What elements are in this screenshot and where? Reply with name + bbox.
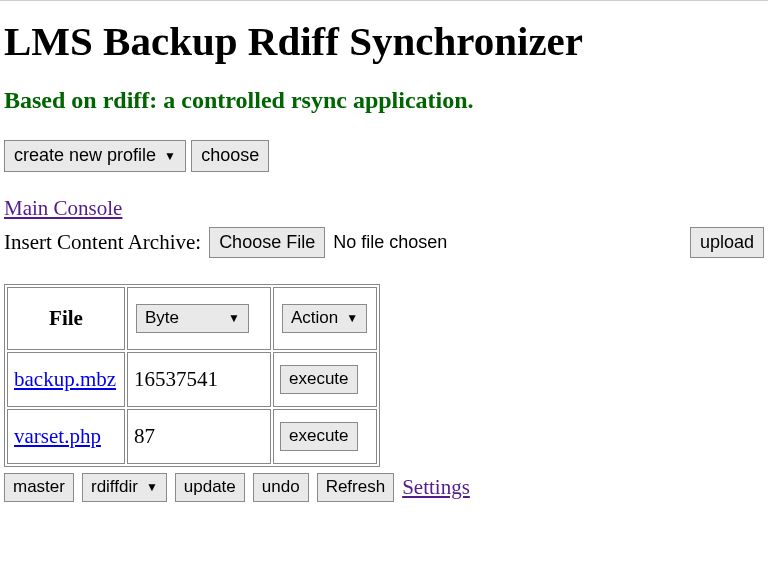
profile-select-label: create new profile bbox=[14, 145, 156, 167]
choose-file-button[interactable]: Choose File bbox=[209, 227, 325, 259]
table-header-row: File Byte ▼ Action ▼ bbox=[7, 287, 377, 350]
file-link[interactable]: varset.php bbox=[14, 424, 101, 448]
choose-button[interactable]: choose bbox=[191, 140, 269, 172]
action-select-label: Action bbox=[291, 308, 338, 328]
byte-select[interactable]: Byte ▼ bbox=[136, 304, 249, 332]
page-title: LMS Backup Rdiff Synchronizer bbox=[4, 17, 764, 65]
file-status: No file chosen bbox=[333, 232, 447, 253]
col-byte-header: Byte ▼ bbox=[127, 287, 271, 350]
chevron-down-icon: ▼ bbox=[346, 311, 358, 325]
undo-button[interactable]: undo bbox=[253, 473, 309, 501]
refresh-button[interactable]: Refresh bbox=[317, 473, 395, 501]
chevron-down-icon: ▼ bbox=[228, 311, 240, 325]
bottom-toolbar: master rdiffdir ▼ update undo Refresh Se… bbox=[4, 473, 764, 501]
main-console-row: Main Console bbox=[4, 196, 764, 221]
chevron-down-icon: ▼ bbox=[164, 149, 176, 163]
table-row: varset.php 87 execute bbox=[7, 409, 377, 464]
execute-button[interactable]: execute bbox=[280, 422, 358, 450]
file-bytes: 87 bbox=[127, 409, 271, 464]
byte-select-label: Byte bbox=[145, 308, 179, 328]
execute-button[interactable]: execute bbox=[280, 365, 358, 393]
update-button[interactable]: update bbox=[175, 473, 245, 501]
file-bytes: 16537541 bbox=[127, 352, 271, 407]
upload-row: Insert Content Archive: Choose File No f… bbox=[4, 227, 764, 259]
profile-select[interactable]: create new profile ▼ bbox=[4, 140, 186, 172]
master-button[interactable]: master bbox=[4, 473, 74, 501]
main-console-link[interactable]: Main Console bbox=[4, 196, 122, 220]
action-select[interactable]: Action ▼ bbox=[282, 304, 367, 332]
page-subtitle: Based on rdiff: a controlled rsync appli… bbox=[4, 87, 764, 114]
upload-button[interactable]: upload bbox=[690, 227, 764, 259]
col-action-header: Action ▼ bbox=[273, 287, 377, 350]
rdiffdir-select-label: rdiffdir bbox=[91, 477, 138, 497]
file-link[interactable]: backup.mbz bbox=[14, 367, 116, 391]
top-toolbar: create new profile ▼ choose bbox=[4, 140, 764, 172]
table-row: backup.mbz 16537541 execute bbox=[7, 352, 377, 407]
rdiffdir-select[interactable]: rdiffdir ▼ bbox=[82, 473, 167, 501]
upload-label: Insert Content Archive: bbox=[4, 230, 201, 255]
chevron-down-icon: ▼ bbox=[146, 480, 158, 494]
file-table: File Byte ▼ Action ▼ backup.mbz 16537541… bbox=[4, 284, 380, 467]
col-file-header: File bbox=[7, 287, 125, 350]
settings-link[interactable]: Settings bbox=[402, 475, 470, 500]
